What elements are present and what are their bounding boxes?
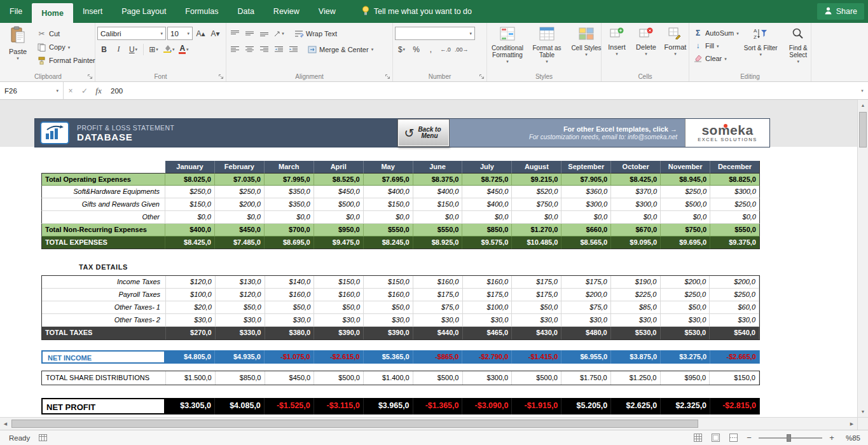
value-cell[interactable]: $0,0 bbox=[661, 211, 710, 224]
value-cell[interactable]: $250,0 bbox=[165, 186, 215, 198]
percent-style-button[interactable]: % bbox=[410, 43, 423, 56]
row-label-cell[interactable]: TOTAL EXPENSES bbox=[41, 236, 165, 249]
value-cell[interactable]: $8.025,0 bbox=[165, 173, 215, 186]
scroll-up-arrow[interactable]: ▲ bbox=[858, 100, 868, 111]
value-cell[interactable]: $250,0 bbox=[661, 186, 710, 198]
value-cell[interactable]: $300,0 bbox=[710, 186, 760, 198]
value-cell[interactable]: $50,0 bbox=[364, 301, 413, 314]
value-cell[interactable]: $530,0 bbox=[611, 327, 661, 339]
zoom-out-button[interactable]: − bbox=[745, 433, 754, 442]
value-cell[interactable]: $400,0 bbox=[165, 224, 215, 236]
value-cell[interactable]: $130,0 bbox=[216, 276, 265, 289]
value-cell[interactable]: $150,0 bbox=[364, 276, 413, 289]
cancel-button[interactable]: × bbox=[64, 82, 78, 99]
value-cell[interactable]: $30,0 bbox=[413, 314, 463, 327]
value-cell[interactable]: $0,0 bbox=[265, 211, 314, 224]
row-label-cell[interactable]: Soft&Hardware Equipments bbox=[41, 186, 165, 198]
value-cell[interactable]: -$1.075,0 bbox=[265, 350, 314, 364]
row-label-cell[interactable]: Other bbox=[41, 211, 165, 224]
horizontal-scrollbar[interactable]: ◀ ▶ bbox=[0, 417, 857, 430]
value-cell[interactable]: $750,0 bbox=[661, 224, 710, 236]
tab-insert[interactable]: Insert bbox=[73, 0, 112, 23]
value-cell[interactable]: $50,0 bbox=[216, 301, 265, 314]
tab-page-layout[interactable]: Page Layout bbox=[112, 0, 176, 23]
value-cell[interactable]: $9.475,0 bbox=[314, 236, 364, 249]
month-header-cell[interactable]: December bbox=[710, 161, 760, 173]
month-header-cell[interactable]: June bbox=[413, 161, 463, 173]
autosum-button[interactable]: ΣAutoSum▾ bbox=[691, 27, 741, 39]
month-header-cell[interactable]: January bbox=[165, 161, 215, 173]
value-cell[interactable]: $500,0 bbox=[661, 198, 710, 211]
value-cell[interactable]: $150,0 bbox=[314, 276, 364, 289]
scroll-right-arrow[interactable]: ▶ bbox=[846, 418, 857, 430]
row-label-cell[interactable]: TOTAL TAXES bbox=[42, 327, 166, 339]
value-cell[interactable]: $150,0 bbox=[710, 371, 759, 385]
value-cell[interactable]: $75,0 bbox=[561, 301, 611, 314]
value-cell[interactable]: $160,0 bbox=[413, 276, 463, 289]
value-cell[interactable]: $1.270,0 bbox=[512, 224, 561, 236]
tab-file[interactable]: File bbox=[0, 0, 32, 23]
value-cell[interactable]: $30,0 bbox=[611, 314, 661, 327]
tab-review[interactable]: Review bbox=[264, 0, 309, 23]
bold-button[interactable]: B bbox=[97, 43, 111, 56]
font-size-select[interactable]: 10▾ bbox=[167, 27, 193, 40]
value-cell[interactable]: $150,0 bbox=[165, 198, 215, 211]
row-label-cell[interactable]: Total Operating Expenses bbox=[41, 173, 165, 186]
value-cell[interactable]: $160,0 bbox=[265, 289, 315, 301]
find-select-button[interactable]: Find & Select ▾ bbox=[781, 25, 816, 72]
insert-cells-button[interactable]: Insert ▾ bbox=[603, 25, 630, 72]
value-cell[interactable]: $3.305,0 bbox=[165, 398, 215, 414]
font-dialog-launcher[interactable] bbox=[217, 73, 224, 80]
copy-button[interactable]: Copy▾ bbox=[35, 41, 97, 53]
month-header-cell[interactable]: April bbox=[314, 161, 364, 173]
value-cell[interactable]: $100,0 bbox=[463, 301, 513, 314]
value-cell[interactable]: $400,0 bbox=[413, 186, 463, 198]
value-cell[interactable]: $500,0 bbox=[413, 371, 463, 385]
value-cell[interactable]: $30,0 bbox=[463, 314, 513, 327]
month-header-cell[interactable]: February bbox=[215, 161, 265, 173]
value-cell[interactable]: $9.095,0 bbox=[611, 236, 661, 249]
clipboard-dialog-launcher[interactable] bbox=[86, 73, 93, 80]
row-label-cell[interactable]: Total Non-Recurring Expenses bbox=[41, 224, 165, 236]
value-cell[interactable]: $30,0 bbox=[512, 314, 561, 327]
align-middle-button[interactable] bbox=[243, 27, 256, 40]
value-cell[interactable]: $1.400,0 bbox=[364, 371, 413, 385]
format-cells-button[interactable]: Format ▾ bbox=[662, 25, 689, 72]
value-cell[interactable]: $540,0 bbox=[710, 327, 759, 339]
clear-button[interactable]: Clear▾ bbox=[691, 52, 741, 65]
row-label-cell[interactable]: Income Taxes bbox=[42, 276, 166, 289]
value-cell[interactable]: $330,0 bbox=[216, 327, 265, 339]
value-cell[interactable]: $950,0 bbox=[661, 371, 710, 385]
value-cell[interactable]: $2.625,0 bbox=[611, 398, 661, 414]
value-cell[interactable]: $0,0 bbox=[165, 211, 215, 224]
value-cell[interactable]: $9.695,0 bbox=[661, 236, 710, 249]
value-cell[interactable]: $7.695,0 bbox=[364, 173, 413, 186]
value-cell[interactable]: -$1.525,0 bbox=[265, 398, 314, 414]
value-cell[interactable]: -$2.815,0 bbox=[710, 398, 760, 414]
value-cell[interactable]: $200,0 bbox=[710, 276, 759, 289]
increase-decimal-button[interactable]: ←.0 bbox=[439, 43, 452, 56]
row-label-cell[interactable]: NET INCOME bbox=[41, 350, 165, 364]
format-painter-button[interactable]: Format Painter bbox=[35, 54, 97, 67]
value-cell[interactable]: $550,0 bbox=[413, 224, 463, 236]
value-cell[interactable]: $85,0 bbox=[611, 301, 661, 314]
worksheet[interactable]: PROFIT & LOSS STATEMENT DATABASE ↺ Back … bbox=[0, 100, 868, 417]
name-box[interactable]: F26▾ bbox=[0, 82, 64, 99]
value-cell[interactable]: $8.825,0 bbox=[710, 173, 760, 186]
value-cell[interactable]: $9.375,0 bbox=[710, 236, 760, 249]
value-cell[interactable]: $30,0 bbox=[314, 314, 364, 327]
value-cell[interactable]: $4.805,0 bbox=[165, 350, 215, 364]
vertical-scrollbar[interactable]: ▲ ▼ bbox=[857, 100, 868, 417]
value-cell[interactable]: $7.905,0 bbox=[561, 173, 611, 186]
value-cell[interactable]: $1.500,0 bbox=[166, 371, 216, 385]
value-cell[interactable]: -$2.615,0 bbox=[314, 350, 364, 364]
value-cell[interactable]: $8.695,0 bbox=[265, 236, 314, 249]
value-cell[interactable]: $850,0 bbox=[216, 371, 265, 385]
value-cell[interactable]: $400,0 bbox=[364, 186, 413, 198]
value-cell[interactable]: $6.955,0 bbox=[561, 350, 611, 364]
value-cell[interactable]: $950,0 bbox=[314, 224, 364, 236]
value-cell[interactable]: $0,0 bbox=[512, 211, 561, 224]
value-cell[interactable]: $390,0 bbox=[364, 327, 413, 339]
value-cell[interactable]: $5.205,0 bbox=[561, 398, 611, 414]
value-cell[interactable]: $100,0 bbox=[166, 289, 216, 301]
